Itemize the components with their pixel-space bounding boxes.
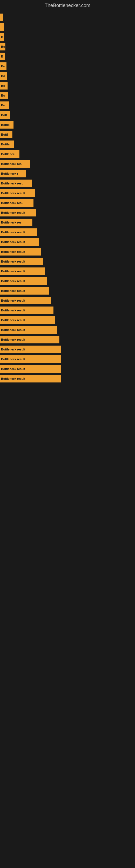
bar-row-20: Bottleneck result [0,208,135,218]
bar-label-25: Bottleneck result [0,258,43,265]
bar-row-14: Bottlenec [0,149,135,159]
bar-row-2: B [0,32,135,42]
bar-label-37: Bottleneck result [0,375,61,382]
bar-label-4: B [0,53,5,60]
bar-label-32: Bottleneck result [0,326,57,334]
bar-row-9: Bo [0,100,135,110]
bar-label-24: Bottleneck result [0,248,41,255]
bar-row-36: Bottleneck result [0,364,135,374]
bar-label-33: Bottleneck result [0,336,59,343]
bar-label-8: Bo [0,92,8,99]
bar-row-33: Bottleneck result [0,335,135,344]
bar-label-18: Bottleneck result [0,189,35,197]
bar-row-7: Bo [0,81,135,91]
bar-label-10: Bott [0,111,10,119]
bar-row-4: B [0,52,135,61]
bar-row-31: Bottleneck result [0,315,135,325]
bar-row-13: Bottle [0,140,135,149]
bar-row-11: Bottle [0,120,135,130]
bar-row-34: Bottleneck result [0,344,135,354]
bar-label-26: Bottleneck result [0,268,45,275]
bar-label-16: Bottleneck r [0,170,26,177]
bar-label-5: Bo [0,62,6,70]
bar-row-10: Bott [0,110,135,120]
bar-row-3: Bo [0,42,135,52]
bar-label-36: Bottleneck result [0,365,61,373]
bar-label-31: Bottleneck result [0,316,55,324]
bar-row-37: Bottleneck result [0,374,135,383]
bars-wrapper: BBoBBoBoBoBoBoBottBottleBottlBottleBottl… [0,10,135,383]
bar-label-13: Bottle [0,141,14,148]
bar-row-0 [0,12,135,22]
bar-label-23: Bottleneck result [0,238,39,246]
bar-label-9: Bo [0,101,9,109]
bar-row-19: Bottleneck resu [0,198,135,208]
bar-label-35: Bottleneck result [0,355,61,363]
bar-row-24: Bottleneck result [0,247,135,257]
bar-row-35: Bottleneck result [0,354,135,364]
bar-row-27: Bottleneck result [0,276,135,286]
bar-label-17: Bottleneck resu [0,180,32,187]
bar-row-28: Bottleneck result [0,286,135,296]
bar-row-29: Bottleneck result [0,296,135,305]
bar-label-21: Bottleneck res [0,219,32,226]
bar-label-3: Bo [0,43,5,51]
bar-row-25: Bottleneck result [0,257,135,267]
bar-row-23: Bottleneck result [0,237,135,247]
bar-row-16: Bottleneck r [0,169,135,179]
bar-row-21: Bottleneck res [0,218,135,227]
bar-label-14: Bottlenec [0,150,19,158]
bar-row-6: Bo [0,71,135,81]
bar-label-22: Bottleneck result [0,228,37,236]
bar-label-19: Bottleneck resu [0,199,34,207]
bar-row-1 [0,22,135,32]
bar-label-7: Bo [0,82,8,90]
bar-label-2: B [0,33,4,41]
bar-row-18: Bottleneck result [0,188,135,198]
bar-label-0 [0,13,3,21]
bar-row-15: Bottleneck res [0,159,135,169]
bar-label-34: Bottleneck result [0,346,61,353]
bar-label-30: Bottleneck result [0,307,53,314]
bar-row-12: Bottl [0,130,135,140]
bar-label-28: Bottleneck result [0,287,49,294]
bar-label-1 [0,23,4,31]
bar-label-20: Bottleneck result [0,209,36,216]
bar-label-15: Bottleneck res [0,160,30,167]
bar-row-17: Bottleneck resu [0,179,135,188]
bar-row-5: Bo [0,61,135,71]
bar-label-29: Bottleneck result [0,297,51,304]
bar-row-30: Bottleneck result [0,305,135,315]
bar-row-22: Bottleneck result [0,227,135,237]
bar-label-12: Bottl [0,131,12,138]
bar-row-26: Bottleneck result [0,267,135,276]
bar-label-27: Bottleneck result [0,277,47,285]
site-title-container: TheBottlenecker.com [0,0,135,10]
bar-row-8: Bo [0,91,135,100]
bar-row-32: Bottleneck result [0,325,135,335]
bar-label-6: Bo [0,72,7,80]
bar-label-11: Bottle [0,121,13,129]
site-title: TheBottlenecker.com [0,0,135,10]
